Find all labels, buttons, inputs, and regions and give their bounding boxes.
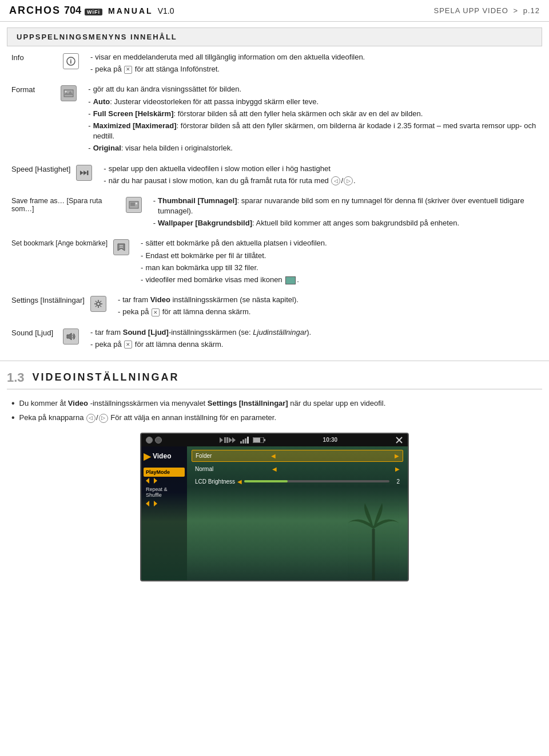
info-icon: i — [63, 53, 79, 69]
svg-line-19 — [96, 301, 97, 302]
bullet-item: - peka på ✕ för att lämna denna skärm. — [90, 339, 311, 350]
topbar-icons — [146, 437, 162, 444]
x-icon: ✕ — [124, 341, 132, 349]
normal-arrow-icon: ◀ — [272, 466, 277, 472]
svg-marker-6 — [83, 171, 87, 175]
svg-rect-32 — [247, 437, 249, 444]
chapter-content: • Du kommer åt Video -inställningsskärme… — [0, 398, 549, 581]
section-settings-label-area: Settings [Inställningar] — [11, 295, 85, 304]
svg-line-21 — [100, 301, 101, 302]
section-save-label-area: Save frame as… [Spara ruta som…] — [11, 196, 120, 213]
chapter-bullet-2: • Peka på knapparna ◁/▷ För att välja en… — [11, 412, 538, 423]
header-gt: > — [513, 6, 518, 15]
bullet-item: - peka på ✕ för att stänga Infofönstret. — [90, 64, 365, 74]
bullet-text: spelar upp den aktuella videofilen i slo… — [109, 164, 331, 174]
section-speed-bullets: - spelar upp den aktuella videofilen i s… — [104, 164, 355, 188]
format-icon — [61, 85, 77, 101]
nav-right-icon: ▷ — [344, 176, 353, 185]
svg-rect-30 — [242, 440, 244, 444]
section-save-row: Save frame as… [Spara ruta som…] - Thumb… — [11, 196, 538, 231]
svg-rect-25 — [224, 437, 226, 443]
section-info-row: Info i - visar en meddelanderuta med all… — [11, 52, 538, 76]
header-brand: ARCHOS 704 WiFi MANUAL V1.0 — [9, 5, 174, 17]
wifi-badge: WiFi — [85, 9, 102, 15]
bullet-text: tar fram Sound [Ljud]-inställningsskärme… — [95, 327, 311, 338]
section-bookmark-icon — [112, 238, 130, 256]
normal-arrow-right-icon: ▶ — [395, 466, 400, 472]
section-info-icon: i — [62, 52, 80, 70]
bullet-item: - sätter ett bokmärke på den aktuella pl… — [141, 238, 327, 248]
ss-row-folder: Folder ◀ ▶ — [192, 450, 403, 462]
bullet-text: videofiler med bomärke visas med ikonen … — [145, 275, 299, 285]
logo-arrow-icon: ▶ — [144, 451, 150, 462]
content-overlay: Folder ◀ ▶ Normal ◀ ▶ LCD Brightne — [187, 446, 408, 490]
section-sound-icon — [62, 327, 80, 346]
bullet-item: - Full Screen [Helskärm]: förstorar bild… — [88, 109, 538, 119]
slider-label: LCD Brightness — [195, 478, 235, 485]
x-icon: ✕ — [124, 66, 132, 74]
section-bookmark: Set bookmark [Ange bokmärke] - sätter et… — [11, 238, 538, 287]
chapter-title: VIDEOINSTÄLLNINGAR — [33, 371, 180, 383]
topbar-time: 10:30 — [323, 437, 338, 443]
bullet-text: man kan bokmärka upp till 32 filer. — [145, 263, 258, 273]
section-settings-row: Settings [Inställningar] — [11, 295, 538, 319]
section-save-bullets: - Thumbnail [Tumnagel]: sparar nuvarande… — [153, 196, 538, 231]
bullet-dot: • — [11, 413, 15, 423]
bullet-item: - Auto: Justerar videostorleken för att … — [88, 97, 538, 107]
svg-rect-31 — [245, 438, 246, 444]
ss-row-normal: Normal ◀ ▶ — [192, 464, 403, 474]
section-format-label: Format — [11, 84, 57, 94]
chapter-text: Du kommer åt Video -inställningsskärmen … — [19, 398, 386, 409]
section-speed-row: Speed [Hastighet] - spelar upp den aktue… — [11, 164, 538, 188]
menu-item-playmode: PlayMode — [144, 468, 185, 477]
bullet-item: - tar fram Video inställningsskärmen (se… — [118, 295, 299, 305]
screenshot-topbar: 10:30 — [141, 434, 408, 446]
svg-rect-29 — [240, 441, 242, 444]
bullet-item: - Maximized [Maximerad]: förstorar bilde… — [88, 121, 538, 141]
logo-text: Video — [153, 452, 171, 460]
section-sound-label: Sound [Ljud] — [11, 327, 57, 337]
section-title: UPPSPELNINGSMENYNS INNEHÅLL — [17, 33, 177, 41]
chapter-number: 1.3 — [7, 370, 25, 385]
nav-right-icon: ▷ — [99, 414, 108, 423]
signal-icon — [240, 437, 249, 444]
bullet-text: Original: visar hela bilden i originalst… — [93, 143, 233, 153]
slider-value: 2 — [392, 478, 400, 485]
svg-point-4 — [65, 91, 67, 93]
svg-rect-26 — [226, 437, 228, 443]
bullet-item: - när du har pausat i slow motion, kan d… — [104, 176, 355, 186]
svg-marker-39 — [154, 478, 157, 484]
screenshot: 10:30 ▶ Video PlayMode — [140, 433, 409, 581]
bullet-item: - spelar upp den aktuella videofilen i s… — [104, 164, 355, 174]
folder-arrow-right-icon: ▶ — [395, 453, 399, 459]
section-sound-bullets: - tar fram Sound [Ljud]-inställningsskär… — [90, 327, 311, 351]
settings-icon-small — [155, 437, 162, 444]
svg-marker-27 — [229, 437, 232, 443]
svg-text:i: i — [70, 58, 72, 65]
section-speed-icon — [75, 164, 93, 182]
slider-left-icon: ◀ — [237, 478, 242, 485]
header-page: p.12 — [523, 6, 540, 15]
save-icon — [126, 197, 142, 213]
bullet-text: peka på ✕ för att stänga Infofönstret. — [95, 64, 220, 74]
playback-controls-icon — [220, 437, 237, 444]
bullet-item: - Thumbnail [Tumnagel]: sparar nuvarande… — [153, 196, 538, 216]
slider-fill — [244, 480, 288, 482]
section-speed-label: Speed [Hastighet] — [11, 164, 70, 173]
section-format: Format - gör att du kan ändra visningssä… — [11, 84, 538, 155]
screenshot-sidebar: ▶ Video PlayMode Repeat & Shuffle — [141, 446, 187, 580]
section-bookmark-bullets: - sätter ett bokmärke på den aktuella pl… — [141, 238, 327, 287]
manual-label: MANUAL — [108, 6, 153, 15]
svg-line-20 — [100, 306, 101, 307]
section-divider — [0, 361, 549, 361]
bookmark-icon — [113, 239, 129, 255]
bullet-text: tar fram Video inställningsskärmen (se n… — [122, 295, 299, 305]
folder-arrow-icon: ◀ — [271, 453, 276, 459]
nav-left-icon: ◁ — [86, 414, 96, 423]
section-sound-label-area: Sound [Ljud] — [11, 327, 57, 337]
section-bookmark-label-area: Set bookmark [Ange bokmärke] — [11, 238, 108, 247]
ss-slider-row: LCD Brightness ◀ 2 — [192, 476, 403, 487]
screenshot-main: ▶ Video PlayMode Repeat & Shuffle — [141, 446, 408, 580]
section-speed-label-area: Speed [Hastighet] — [11, 164, 70, 173]
bullet-text: gör att du kan ändra visningssättet för … — [93, 84, 241, 94]
